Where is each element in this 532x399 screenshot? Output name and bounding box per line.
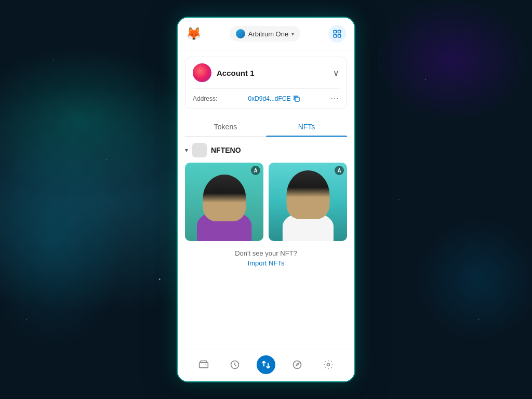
nft-content: ▾ NFTENO A A Don't see your NFT? Import …: [178, 137, 354, 350]
tab-nfts[interactable]: NFTs: [266, 117, 347, 136]
grid-settings-icon: [332, 29, 342, 38]
account-header: Account 1 ∨: [185, 57, 347, 88]
account-name: Account 1: [217, 69, 255, 77]
import-nfts-link[interactable]: Import NFTs: [185, 259, 347, 267]
compass-icon: [292, 360, 302, 370]
gear-icon: [323, 360, 334, 370]
metamask-logo: 🦊: [186, 26, 202, 41]
account-chevron-icon[interactable]: ∨: [333, 68, 339, 78]
tab-tokens[interactable]: Tokens: [185, 117, 266, 136]
svg-rect-0: [334, 30, 336, 33]
account-card: Account 1 ∨ Address: 0xD9d4...dFCE ···: [185, 57, 347, 109]
nft-image-1: [185, 163, 263, 241]
collection-icon: [192, 143, 207, 157]
nav-settings-button[interactable]: [319, 355, 338, 374]
svg-rect-1: [338, 30, 341, 33]
tabs-row: Tokens NFTs: [185, 117, 347, 137]
header: 🦊 Arbitrum One ▾: [178, 18, 354, 50]
account-address-row: Address: 0xD9d4...dFCE ···: [185, 89, 347, 109]
wallet-icon: [198, 360, 209, 370]
nft-grid: A A: [185, 163, 347, 241]
no-nft-text: Don't see your NFT?: [185, 249, 347, 257]
network-icon: [236, 29, 245, 38]
phone-container: 🦊 Arbitrum One ▾ Account 1 ∨ Addres: [178, 18, 354, 381]
account-left: Account 1: [193, 63, 255, 82]
collection-chevron-icon[interactable]: ▾: [185, 147, 188, 154]
collection-row: ▾ NFTENO: [185, 143, 347, 157]
nav-explore-button[interactable]: [288, 355, 307, 374]
settings-icon-button[interactable]: [328, 25, 346, 43]
collection-name: NFTENO: [211, 146, 241, 154]
svg-rect-4: [295, 97, 299, 101]
nav-wallet-button[interactable]: [194, 355, 213, 374]
svg-rect-3: [338, 35, 341, 37]
copy-icon[interactable]: [293, 95, 300, 102]
network-chevron-icon: ▾: [291, 31, 294, 37]
swap-icon: [261, 360, 271, 370]
clock-icon: [230, 360, 240, 370]
address-label: Address:: [193, 95, 217, 102]
nav-activity-button[interactable]: [225, 355, 244, 374]
address-value[interactable]: 0xD9d4...dFCE: [248, 95, 300, 102]
nft-card-1[interactable]: A: [185, 163, 263, 241]
avatar: [193, 63, 211, 82]
nft-badge-1: A: [251, 166, 260, 175]
bottom-nav: [178, 350, 354, 381]
svg-point-7: [327, 364, 330, 366]
network-name: Arbitrum One: [248, 30, 288, 38]
more-options-button[interactable]: ···: [331, 94, 339, 103]
svg-rect-2: [334, 35, 336, 37]
nft-badge-2: A: [335, 166, 344, 175]
nav-swap-button[interactable]: [257, 355, 275, 374]
nft-card-2[interactable]: A: [269, 163, 347, 241]
network-selector[interactable]: Arbitrum One ▾: [230, 26, 300, 42]
nft-image-2: [269, 163, 347, 241]
